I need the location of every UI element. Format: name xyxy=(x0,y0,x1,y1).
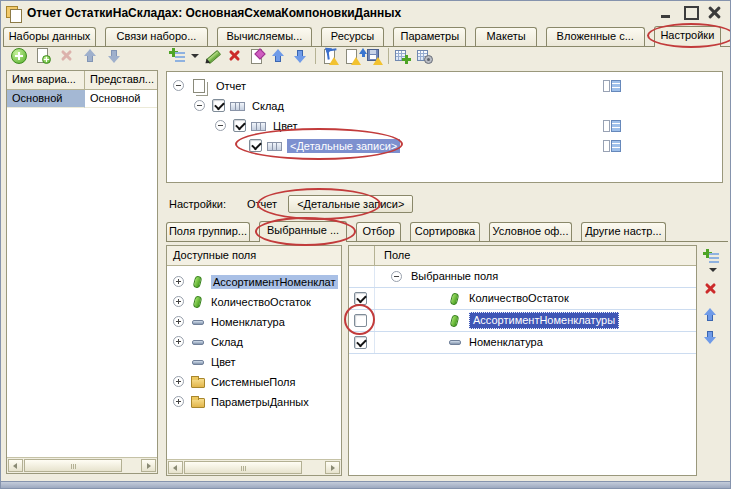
tab-calculated[interactable]: Вычисляемы... xyxy=(217,27,312,46)
composer-icon[interactable] xyxy=(603,79,621,93)
use-checkbox-unchecked[interactable] xyxy=(354,314,367,327)
tab-conditional-format[interactable]: Условное оф... xyxy=(489,222,572,241)
tab-settings[interactable]: Настройки xyxy=(654,26,721,47)
delete-icon[interactable] xyxy=(227,48,243,64)
available-field-item[interactable]: КоличествоОстаток xyxy=(167,292,341,312)
variants-hscrollbar[interactable] xyxy=(7,457,157,473)
delete-icon[interactable] xyxy=(703,281,719,297)
maximize-icon[interactable] xyxy=(684,6,697,19)
expand-icon[interactable] xyxy=(173,376,184,387)
restore-settings-icon[interactable] xyxy=(322,48,338,64)
column-variant-name[interactable]: Имя вариа... xyxy=(7,71,85,89)
save-settings-icon[interactable] xyxy=(366,48,382,64)
use-checkbox[interactable] xyxy=(354,292,367,305)
tab-templates[interactable]: Макеты xyxy=(475,27,536,46)
scroll-right-icon[interactable] xyxy=(325,461,340,474)
settings-bar-label: Настройки: xyxy=(169,198,226,210)
tree-row-label: Отчет xyxy=(213,79,249,93)
available-fields-hscrollbar[interactable] xyxy=(167,459,341,475)
path-report-button[interactable]: Отчет xyxy=(242,196,282,212)
variants-grid: Имя вариа... Представл... Основной Основ… xyxy=(6,70,158,474)
selected-field-row[interactable]: Номенклатура xyxy=(349,332,696,354)
available-field-item[interactable]: ПараметрыДанных xyxy=(167,392,341,412)
tab-parameters[interactable]: Параметры xyxy=(393,27,466,46)
variant-presentation-cell[interactable]: Основной xyxy=(85,90,157,108)
move-down-icon[interactable] xyxy=(107,48,123,64)
collapse-icon[interactable] xyxy=(194,100,205,111)
expand-icon[interactable] xyxy=(173,396,184,407)
collapse-icon[interactable] xyxy=(215,120,226,131)
resource-field-icon xyxy=(450,314,460,327)
settings-bar: Настройки: Отчет <Детальные записи> xyxy=(169,193,413,214)
tab-data-sets[interactable]: Наборы данных xyxy=(3,27,96,46)
add-menu-icon[interactable] xyxy=(703,249,719,265)
path-detail-records-button[interactable]: <Детальные записи> xyxy=(288,195,413,213)
selected-fields-group-row[interactable]: Выбранные поля xyxy=(349,266,696,288)
collapse-icon[interactable] xyxy=(391,271,402,282)
tree-row-detail-records[interactable]: <Детальные записи> xyxy=(167,136,722,156)
check-layout-icon[interactable] xyxy=(395,48,411,64)
tab-group-fields[interactable]: Поля группир... xyxy=(166,222,250,241)
grouping-icon xyxy=(251,122,266,131)
available-field-item[interactable]: Номенклатура xyxy=(167,312,341,332)
column-variant-presentation[interactable]: Представл... xyxy=(85,71,157,89)
selected-field-row[interactable]: КоличествоОстаток xyxy=(349,288,696,310)
move-down-icon[interactable] xyxy=(703,329,719,345)
scroll-left-icon[interactable] xyxy=(8,459,23,472)
move-up-icon[interactable] xyxy=(703,307,719,323)
edit-icon[interactable] xyxy=(205,48,221,64)
composer-icon[interactable] xyxy=(603,119,621,133)
tab-data-set-links[interactable]: Связи наборо... xyxy=(105,27,208,46)
add-menu-caret-icon[interactable] xyxy=(709,268,717,272)
move-down-icon[interactable] xyxy=(293,48,309,64)
tab-filter[interactable]: Отбор xyxy=(356,222,401,241)
collapse-icon[interactable] xyxy=(173,80,184,91)
move-up-icon[interactable] xyxy=(271,48,287,64)
selected-field-row[interactable]: АссортиментНоменклатуры xyxy=(349,310,696,332)
preview-icon[interactable] xyxy=(417,48,433,64)
use-checkbox[interactable] xyxy=(212,99,225,112)
use-checkbox[interactable] xyxy=(249,139,262,152)
tab-selected-fields[interactable]: Выбранные ... xyxy=(259,221,347,242)
delete-icon[interactable] xyxy=(59,48,75,64)
minimize-icon[interactable] xyxy=(660,6,673,19)
designer-window: Отчет ОстаткиНаСкладах: ОсновнаяСхемаКом… xyxy=(0,0,731,489)
load-settings-icon[interactable] xyxy=(344,48,360,64)
available-field-item[interactable]: Склад xyxy=(167,332,341,352)
attribute-field-icon xyxy=(192,360,204,365)
use-checkbox[interactable] xyxy=(354,336,367,349)
available-field-item[interactable]: АссортиментНоменклат xyxy=(167,272,341,292)
scrollbar-thumb[interactable] xyxy=(184,461,302,474)
available-field-item[interactable]: СистемныеПоля xyxy=(167,372,341,392)
wizard-icon[interactable] xyxy=(249,48,265,64)
expand-icon[interactable] xyxy=(173,296,184,307)
tab-sorting[interactable]: Сортировка xyxy=(410,222,480,241)
tree-row-report[interactable]: Отчет xyxy=(167,76,722,96)
expand-icon[interactable] xyxy=(173,336,184,347)
scroll-left-icon[interactable] xyxy=(168,461,183,474)
tree-row-sklad[interactable]: Склад xyxy=(167,96,722,116)
add-menu-caret-icon[interactable] xyxy=(191,54,199,58)
available-field-item[interactable]: Цвет xyxy=(167,352,341,372)
scroll-right-icon[interactable] xyxy=(141,459,156,472)
attribute-field-icon xyxy=(449,340,461,345)
tab-nested-schemas[interactable]: Вложенные с... xyxy=(546,27,645,46)
tab-other-settings[interactable]: Другие настр... xyxy=(581,222,666,241)
close-icon[interactable] xyxy=(708,6,721,19)
variant-row[interactable]: Основной Основной xyxy=(7,90,157,108)
use-checkbox[interactable] xyxy=(233,119,246,132)
add-icon[interactable] xyxy=(11,48,27,64)
add-menu-icon[interactable] xyxy=(169,48,185,64)
folder-icon xyxy=(191,398,205,408)
composer-icon[interactable] xyxy=(603,139,621,153)
add-copy-icon[interactable] xyxy=(35,48,51,64)
move-up-icon[interactable] xyxy=(83,48,99,64)
scrollbar-thumb[interactable] xyxy=(24,459,122,472)
field-column-header[interactable]: Поле xyxy=(375,246,410,265)
tab-resources[interactable]: Ресурсы xyxy=(321,27,384,46)
expand-icon[interactable] xyxy=(173,316,184,327)
variant-name-cell[interactable]: Основной xyxy=(7,90,85,108)
expand-icon[interactable] xyxy=(173,276,184,287)
tree-row-tsvet[interactable]: Цвет xyxy=(167,116,722,136)
grouping-icon xyxy=(230,102,245,111)
